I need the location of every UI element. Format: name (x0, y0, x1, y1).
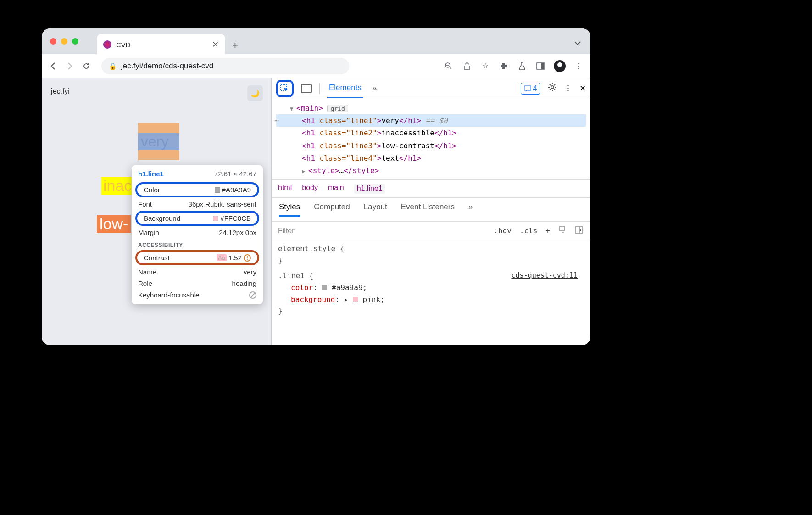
computed-sidebar-icon[interactable] (573, 225, 585, 236)
name-label: Name (138, 268, 156, 276)
bg-swatch (213, 216, 218, 221)
labs-icon[interactable] (517, 61, 527, 71)
svg-rect-7 (575, 227, 583, 233)
dom-tree[interactable]: ▼<main> grid ⋯<h1 class="line1">very</h1… (272, 99, 590, 179)
color-swatch (215, 187, 220, 193)
address-bar[interactable]: 🔒 jec.fyi/demo/cds-quest-cvd (101, 58, 349, 74)
role-value: heading (232, 280, 256, 287)
styles-tabs: Styles Computed Layout Event Listeners » (272, 198, 590, 222)
font-label: Font (138, 200, 152, 208)
crumb-main[interactable]: main (328, 184, 344, 194)
close-window[interactable] (50, 38, 56, 45)
bookmark-icon[interactable]: ☆ (480, 61, 490, 71)
favicon (103, 40, 111, 49)
browser-tab[interactable]: CVD ✕ (97, 34, 225, 55)
hov-button[interactable]: :hov (492, 225, 513, 236)
font-value: 36px Rubik, sans-serif (189, 200, 256, 208)
forward-button[interactable] (65, 61, 75, 71)
not-focusable-icon (249, 291, 256, 299)
demo-line2: inac (101, 177, 133, 195)
elements-tab[interactable]: Elements (327, 78, 363, 98)
crumb-h1[interactable]: h1.line1 (354, 184, 385, 194)
lock-icon: 🔒 (109, 62, 117, 70)
zoom-icon[interactable] (444, 61, 454, 71)
color-label: Color (144, 186, 160, 194)
cls-button[interactable]: .cls (518, 225, 539, 236)
new-tab-button[interactable]: + (232, 39, 238, 51)
tooltip-selector: h1.line1 (138, 170, 164, 178)
css-color-swatch[interactable] (322, 285, 327, 290)
css-bg-swatch[interactable] (353, 297, 358, 302)
close-tab-icon[interactable]: ✕ (212, 39, 219, 50)
traffic-lights (50, 38, 78, 45)
minimize-window[interactable] (61, 38, 67, 45)
bg-label: Background (144, 214, 180, 222)
element-tooltip: h1.line1 72.61 × 42.67 Color #A9A9A9 Fon… (132, 165, 263, 304)
breadcrumb: html body main h1.line1 (272, 179, 590, 198)
dark-mode-toggle[interactable]: 🌙 (247, 85, 263, 101)
crumb-html[interactable]: html (278, 184, 292, 194)
browser-window: CVD ✕ + 🔒 jec.fyi/demo/cds-quest-cvd ☆ ⋮ (42, 28, 590, 345)
kbd-label: Keyboard-focusable (138, 291, 199, 299)
source-link[interactable]: cds-quest-cvd:11 (512, 270, 578, 281)
messages-badge[interactable]: 4 (521, 83, 540, 95)
styles-tab[interactable]: Styles (279, 202, 300, 217)
listeners-tab[interactable]: Event Listeners (401, 202, 455, 217)
account-icon[interactable] (554, 60, 566, 72)
sidepanel-icon[interactable] (535, 61, 545, 71)
crumb-body[interactable]: body (302, 184, 318, 194)
tabs-dropdown-icon[interactable] (574, 39, 581, 49)
filter-input[interactable]: Filter (272, 227, 486, 235)
highlighted-element: very (138, 123, 262, 160)
role-label: Role (138, 280, 152, 287)
svg-rect-2 (541, 63, 544, 69)
add-rule-button[interactable]: + (544, 225, 552, 236)
demo-line1: very (138, 133, 179, 150)
inspect-element-button[interactable] (276, 80, 294, 97)
close-devtools-icon[interactable]: ✕ (579, 84, 586, 93)
color-value: #A9A9A9 (222, 186, 251, 194)
tooltip-contrast-row: Contrast Aa 1.52 ! (135, 250, 259, 265)
grid-badge[interactable]: grid (327, 105, 348, 112)
margin-value: 24.12px 0px (219, 229, 256, 236)
reload-button[interactable] (81, 61, 91, 71)
devtools-panel: Elements » 4 ⋮ ✕ ▼<main> grid ⋯<h1 class… (271, 78, 590, 345)
warning-icon: ! (244, 254, 251, 262)
svg-rect-4 (524, 86, 531, 90)
layout-tab[interactable]: Layout (364, 202, 387, 217)
contrast-aa-badge: Aa (217, 254, 227, 261)
settings-icon[interactable] (548, 83, 557, 94)
filter-row: Filter :hov .cls + (272, 222, 590, 240)
device-toggle-button[interactable] (301, 84, 312, 93)
demo-line3: low- (97, 215, 131, 233)
computed-tab[interactable]: Computed (314, 202, 350, 217)
extensions-icon[interactable] (499, 61, 509, 71)
back-button[interactable] (48, 61, 58, 71)
share-icon[interactable] (462, 61, 472, 71)
menu-icon[interactable]: ⋮ (574, 61, 584, 71)
paint-icon[interactable] (556, 225, 568, 237)
contrast-label: Contrast (144, 254, 170, 262)
page-viewport: jec.fyi 🌙 very inac low- h1.line1 72.61 … (42, 78, 271, 345)
tab-title: CVD (116, 41, 207, 49)
tooltip-bg-row: Background #FFC0CB (135, 211, 259, 226)
titlebar: CVD ✕ + (42, 28, 590, 54)
tooltip-color-row: Color #A9A9A9 (135, 182, 259, 197)
a11y-header: ACCESSIBILITY (132, 238, 263, 249)
margin-label: Margin (138, 229, 159, 236)
toolbar: 🔒 jec.fyi/demo/cds-quest-cvd ☆ ⋮ (42, 54, 590, 78)
svg-point-5 (551, 86, 554, 89)
bg-value: #FFC0CB (220, 214, 251, 222)
more-tabs[interactable]: » (371, 79, 378, 98)
site-title: jec.fyi (51, 87, 262, 95)
tooltip-dimensions: 72.61 × 42.67 (214, 170, 256, 178)
selected-dom-node[interactable]: ⋯<h1 class="line1">very</h1> == $0 (276, 114, 586, 127)
css-rules[interactable]: element.style { } .line1 { cds-quest-cvd… (272, 240, 590, 320)
contrast-value: 1.52 (228, 254, 242, 262)
maximize-window[interactable] (72, 38, 78, 45)
devtools-tabs: Elements » 4 ⋮ ✕ (272, 78, 590, 99)
name-value: very (244, 268, 256, 276)
url-text: jec.fyi/demo/cds-quest-cvd (121, 62, 213, 71)
more-styles-tabs[interactable]: » (468, 202, 473, 217)
more-icon[interactable]: ⋮ (564, 84, 572, 93)
